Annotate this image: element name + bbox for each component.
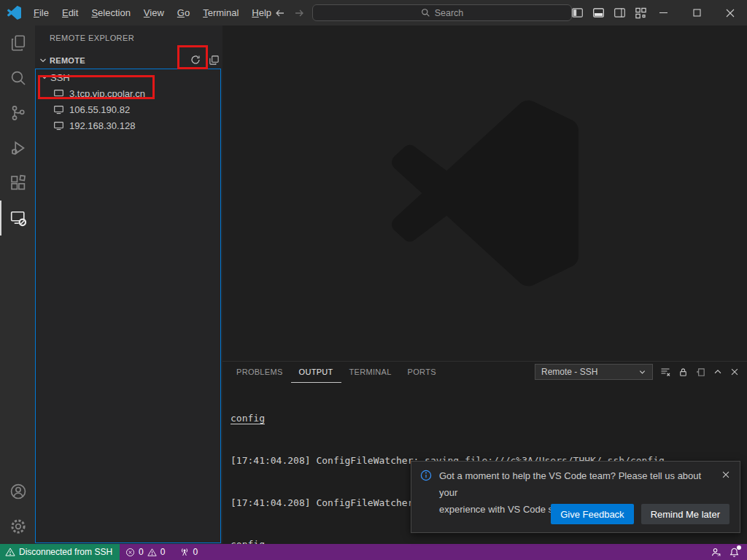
menu-bar: File Edit Selection View Go Terminal Hel…	[27, 0, 278, 26]
menu-go[interactable]: Go	[171, 0, 196, 26]
refresh-icon[interactable]	[190, 54, 201, 66]
file-link[interactable]: config	[231, 539, 265, 544]
notification-buttons: Give Feedback Remind Me later	[551, 504, 729, 524]
info-icon	[420, 470, 432, 481]
menu-selection[interactable]: Selection	[85, 0, 136, 26]
file-link[interactable]: config	[231, 413, 265, 424]
forwarded-ports-count: 0	[193, 547, 198, 557]
tree-group-ssh[interactable]: SSH	[36, 69, 220, 85]
toggle-sidebar-icon[interactable]	[570, 0, 584, 26]
search-placeholder: Search	[435, 8, 464, 18]
navigation-arrows	[274, 0, 305, 26]
ports-status-item[interactable]: 0	[176, 544, 201, 560]
chevron-down-icon	[39, 73, 50, 82]
status-bar: Disconnected from SSH 0 0 0	[0, 544, 747, 560]
error-icon	[125, 548, 135, 557]
lock-icon[interactable]	[678, 367, 689, 378]
ssh-host-item[interactable]: 3.tcp.vip.cpolar.cn	[36, 85, 220, 101]
title-bar: File Edit Selection View Go Terminal Hel…	[0, 0, 747, 26]
activity-bar-spacer	[0, 236, 35, 474]
remote-status-label: Disconnected from SSH	[19, 547, 112, 557]
vscode-logo-icon	[7, 6, 21, 20]
search-icon	[421, 8, 430, 18]
tab-ports[interactable]: PORTS	[400, 362, 444, 383]
minimize-button[interactable]	[646, 0, 680, 26]
remote-section-label: REMOTE	[50, 56, 85, 65]
activity-bar	[0, 26, 35, 544]
radio-tower-icon	[179, 547, 190, 557]
clear-output-icon[interactable]	[659, 366, 671, 378]
remote-status-indicator[interactable]: Disconnected from SSH	[0, 544, 120, 560]
warning-icon	[147, 548, 157, 557]
window-controls	[646, 0, 747, 26]
vscode-watermark-icon	[392, 100, 578, 287]
log-line: config	[231, 411, 747, 425]
layout-controls	[570, 0, 648, 26]
chevron-down-icon	[638, 368, 646, 376]
feedback-person-icon	[711, 547, 721, 558]
explorer-icon[interactable]	[0, 26, 35, 61]
close-panel-icon[interactable]	[729, 367, 740, 377]
toggle-secondary-sidebar-icon[interactable]	[612, 0, 627, 26]
remote-explorer-sidebar: REMOTE EXPLORER REMOTE SSH 3.tcp.vip.cpo…	[35, 26, 222, 544]
back-arrow-icon[interactable]	[274, 7, 286, 19]
open-in-editor-icon[interactable]	[695, 367, 706, 378]
warning-count: 0	[160, 547, 166, 557]
give-feedback-button[interactable]: Give Feedback	[551, 504, 633, 524]
remote-tree: SSH 3.tcp.vip.cpolar.cn 106.55.190.82 19…	[35, 69, 221, 543]
remote-section-header[interactable]: REMOTE	[35, 52, 222, 69]
accounts-icon[interactable]	[0, 474, 35, 509]
menu-file[interactable]: File	[27, 0, 55, 26]
feedback-status-item[interactable]	[707, 544, 725, 560]
maximize-button[interactable]	[680, 0, 713, 26]
extensions-icon[interactable]	[0, 166, 35, 201]
forward-arrow-icon[interactable]	[293, 7, 305, 19]
close-notification-icon[interactable]	[721, 470, 731, 480]
tab-terminal[interactable]: TERMINAL	[341, 362, 400, 383]
search-input[interactable]: Search	[312, 4, 572, 21]
vm-monitor-icon	[53, 120, 64, 131]
menu-terminal[interactable]: Terminal	[196, 0, 245, 26]
tab-output[interactable]: OUTPUT	[291, 362, 341, 383]
menu-view[interactable]: View	[137, 0, 171, 26]
source-control-icon[interactable]	[0, 96, 35, 131]
section-actions	[190, 54, 220, 66]
menu-help[interactable]: Help	[245, 0, 278, 26]
status-bar-right	[707, 544, 747, 560]
tab-problems[interactable]: PROBLEMS	[228, 362, 291, 383]
vscode-window: File Edit Selection View Go Terminal Hel…	[0, 0, 747, 560]
notification-line1: Got a moment to help the VS Code team? P…	[439, 467, 715, 501]
toggle-panel-icon[interactable]	[591, 0, 605, 26]
host-label: 192.168.30.128	[69, 120, 135, 131]
search-view-icon[interactable]	[0, 61, 35, 96]
vm-monitor-icon	[53, 88, 64, 99]
panel-controls: Remote - SSH	[535, 364, 740, 380]
panel-tab-strip: PROBLEMS OUTPUT TERMINAL PORTS	[228, 362, 444, 383]
editor-area	[222, 26, 747, 361]
maximize-panel-icon[interactable]	[713, 367, 723, 377]
menu-edit[interactable]: Edit	[55, 0, 85, 26]
output-channel-value: Remote - SSH	[541, 367, 638, 377]
new-window-icon[interactable]	[209, 55, 220, 66]
sidebar-title: REMOTE EXPLORER	[50, 34, 134, 42]
customize-layout-icon[interactable]	[633, 0, 648, 26]
ssh-group-label: SSH	[50, 72, 70, 83]
remote-explorer-icon[interactable]	[0, 201, 35, 236]
log-line: config	[231, 537, 747, 544]
notification-toast: Got a moment to help the VS Code team? P…	[411, 461, 740, 533]
warning-icon	[5, 547, 15, 557]
run-debug-icon[interactable]	[0, 131, 35, 166]
notifications-bell-item[interactable]	[725, 544, 747, 560]
ssh-host-item[interactable]: 106.55.190.82	[36, 101, 220, 117]
problems-status-item[interactable]: 0 0	[122, 544, 169, 560]
host-label: 3.tcp.vip.cpolar.cn	[69, 88, 145, 99]
notification-badge-dot	[737, 545, 741, 550]
error-count: 0	[139, 547, 144, 557]
remind-me-later-button[interactable]: Remind Me later	[641, 504, 729, 524]
vm-monitor-icon	[53, 104, 64, 115]
output-channel-select[interactable]: Remote - SSH	[535, 364, 653, 380]
close-window-button[interactable]	[713, 0, 747, 26]
chevron-down-icon	[39, 56, 47, 65]
settings-gear-icon[interactable]	[0, 509, 35, 544]
ssh-host-item[interactable]: 192.168.30.128	[36, 117, 220, 133]
